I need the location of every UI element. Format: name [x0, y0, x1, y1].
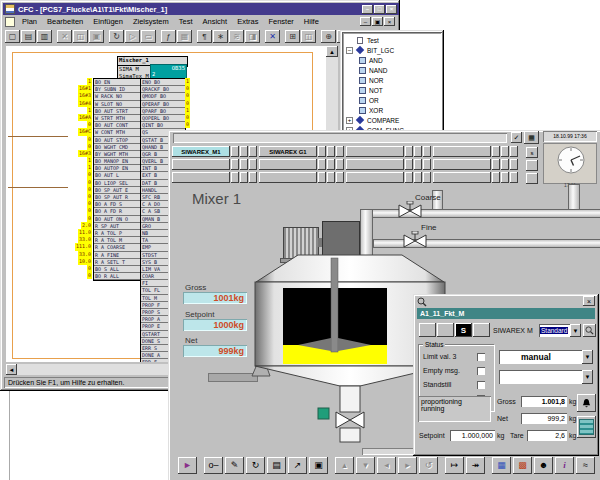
pin-input[interactable]: BY WGHT MTH: [94, 151, 141, 158]
mode-cell[interactable]: [437, 323, 454, 337]
pin-input[interactable]: BO AUT ON O: [94, 216, 141, 223]
pin-input[interactable]: BO S ALL: [94, 266, 141, 273]
menu-test[interactable]: Test: [174, 16, 198, 27]
catalog-item-compare[interactable]: +COMPARE: [344, 115, 442, 125]
child-close-button[interactable]: ×: [384, 17, 395, 26]
pin-input[interactable]: BO AUT L: [94, 172, 141, 179]
window-button[interactable]: ▣: [309, 457, 328, 474]
save-button[interactable]: ▥: [37, 30, 52, 43]
overview-button[interactable]: [346, 172, 404, 183]
delete-button[interactable]: ✕: [265, 30, 280, 43]
chevron-down-icon[interactable]: ▼: [582, 350, 593, 364]
catalog-tree[interactable]: Test−BIT_LGCANDNANDNORNOTORXOR+COMPARE+C…: [342, 32, 442, 140]
trend-button[interactable]: ↗: [288, 457, 307, 474]
pin-input[interactable]: R SP AUT: [94, 223, 141, 230]
status-checkbox[interactable]: [477, 381, 485, 389]
overview-button[interactable]: [433, 159, 491, 170]
menu-einfügen[interactable]: Einfügen: [88, 16, 128, 27]
overview-page-button[interactable]: [526, 173, 538, 184]
runtime-button[interactable]: ►: [178, 457, 197, 474]
mode-cell[interactable]: [473, 323, 490, 337]
pin-input[interactable]: BO WGHT CMD: [94, 144, 141, 151]
coarse-valve[interactable]: [398, 201, 422, 221]
minimize-button[interactable]: –: [362, 5, 373, 14]
pin-input[interactable]: BO AUT STRT: [94, 108, 141, 115]
new-button[interactable]: ▢: [5, 30, 20, 43]
pin-output[interactable]: QOPERL BO: [141, 115, 185, 122]
command-dropdown[interactable]: ▼: [499, 370, 593, 384]
chart-doc-icon[interactable]: [5, 17, 15, 27]
menu-fenster[interactable]: Fenster: [263, 16, 298, 27]
cfc-titlebar[interactable]: CFC - [PCS7_Flucke\A1\T1\Fkt\Mischer_1] …: [3, 3, 399, 15]
menu-hilfe[interactable]: Hilfe: [299, 16, 324, 27]
collapse-icon[interactable]: −: [346, 47, 353, 54]
step-out-button[interactable]: ↠: [466, 457, 485, 474]
menu-ansicht[interactable]: Ansicht: [198, 16, 233, 27]
faceplate-close-button[interactable]: ×: [583, 296, 595, 306]
overview-button-siwarex g1[interactable]: SIWAREX G1: [259, 146, 317, 157]
catalog-item-not[interactable]: NOT: [344, 85, 442, 95]
mode-dropdown[interactable]: manual ▼: [499, 350, 593, 364]
loop-in-alarm-button[interactable]: [583, 324, 596, 337]
pin-input[interactable]: BO R ALL: [94, 273, 141, 280]
pin-output[interactable]: QMODF BO: [141, 93, 185, 100]
report-blue-button[interactable]: ▦: [492, 457, 511, 474]
scroll-left-button[interactable]: ◄: [6, 364, 17, 375]
pin-output[interactable]: QRACKF BO: [141, 86, 185, 93]
pin-input[interactable]: W RACK NO: [94, 93, 141, 100]
grid-button[interactable]: ⊞: [285, 30, 300, 43]
sfc-button[interactable]: ƒ: [161, 30, 176, 43]
chart-button[interactable]: ▤: [267, 457, 286, 474]
overview-button[interactable]: [346, 146, 404, 157]
report-red-button[interactable]: ▩: [513, 457, 532, 474]
step-in-button[interactable]: ↦: [445, 457, 464, 474]
process-mode-button[interactable]: ∗: [213, 30, 228, 43]
menu-plan[interactable]: Plan: [17, 16, 42, 27]
acknowledge-button[interactable]: ✓: [511, 132, 522, 143]
catalog-item-and[interactable]: AND: [344, 55, 442, 65]
maximize-button[interactable]: □: [374, 5, 385, 14]
overview-button[interactable]: [433, 172, 491, 183]
pin-output[interactable]: QINT BO: [141, 122, 185, 129]
scroll-up-button[interactable]: ▲: [326, 46, 338, 57]
overview-button-siwarex_m1[interactable]: SIWAREX_M1: [172, 146, 230, 157]
menu-extras[interactable]: Extras: [232, 16, 263, 27]
scale-button[interactable]: [577, 416, 596, 438]
mode-cell[interactable]: [419, 323, 436, 337]
message-list-button[interactable]: ▦: [524, 131, 539, 144]
overview-button[interactable]: [172, 172, 230, 183]
pin-input[interactable]: R A TOL M: [94, 237, 141, 244]
child-restore-button[interactable]: ▣: [372, 17, 383, 26]
pin-input[interactable]: R A COARSE: [94, 244, 141, 251]
refresh-button[interactable]: ↻: [246, 457, 265, 474]
pin-input[interactable]: W CONT MTH: [94, 129, 141, 136]
chevron-down-icon[interactable]: ▼: [570, 324, 581, 337]
pin-input[interactable]: BO LIOP SEL: [94, 180, 141, 187]
s-mode-cell[interactable]: S: [455, 323, 472, 337]
pin-input[interactable]: BO AUT STOP: [94, 137, 141, 144]
menu-bearbeiten[interactable]: Bearbeiten: [42, 16, 88, 27]
overview-button[interactable]: [172, 159, 230, 170]
overview-page-button[interactable]: [526, 160, 538, 171]
close-button[interactable]: ×: [386, 5, 397, 14]
pin-input[interactable]: BO A FD S: [94, 201, 141, 208]
info-button[interactable]: i: [555, 457, 574, 474]
note-button[interactable]: ✎: [225, 457, 244, 474]
child-minimize-button[interactable]: –: [360, 17, 371, 26]
catalog-item-nand[interactable]: NAND: [344, 65, 442, 75]
pin-input[interactable]: W SLOT NO: [94, 101, 141, 108]
catalog-item-or[interactable]: OR: [344, 95, 442, 105]
pin-output[interactable]: QPARF BO: [141, 108, 185, 115]
pin-input[interactable]: R A SETL T: [94, 259, 141, 266]
pin-input[interactable]: BO SP AUT E: [94, 187, 141, 194]
catalog-item-nor[interactable]: NOR: [344, 75, 442, 85]
pin-input[interactable]: BO AUTOP EN: [94, 165, 141, 172]
pin-input[interactable]: BO A FD R: [94, 208, 141, 215]
pin-output[interactable]: QPERAF BO: [141, 101, 185, 108]
status-checkbox[interactable]: [477, 367, 485, 375]
zoom-in-button[interactable]: ⊕: [321, 30, 336, 43]
catalog-item-bit_lgc[interactable]: −BIT_LGC: [344, 45, 442, 55]
pin-input[interactable]: W STRT MTH: [94, 115, 141, 122]
variant-dropdown[interactable]: Standard ▼: [539, 324, 581, 337]
block-input-pins[interactable]: BO ENBY SUBN IDW RACK NOW SLOT NOBO AUT …: [93, 78, 142, 281]
